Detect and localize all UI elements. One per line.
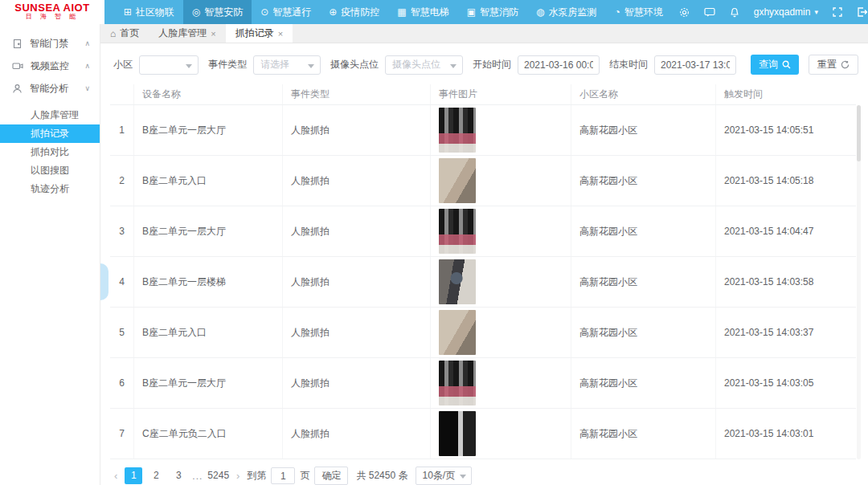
event-photo[interactable] <box>439 108 476 153</box>
page-ellipsis: ... <box>192 471 203 482</box>
event-photo[interactable] <box>439 209 476 254</box>
top-nav: ⊞ 社区物联 ◎ 智慧安防 ⊙ 智慧通行 ⊕ 疫情防控 ▦ 智慧电梯 ▣ 智慧消… <box>115 0 868 24</box>
sidebar-item-face-library[interactable]: 人脸库管理 <box>0 106 100 124</box>
nav-item-smart-security[interactable]: ◎ 智慧安防 <box>183 0 252 24</box>
sidebar-item-track-analysis[interactable]: 轨迹分析 <box>0 180 100 198</box>
table-scrollbar[interactable] <box>857 105 861 459</box>
total-count: 共 52450 条 <box>356 469 407 483</box>
chevron-down-icon <box>460 475 466 479</box>
chevron-up-icon: ∧ <box>84 39 90 47</box>
event-photo[interactable] <box>439 361 476 406</box>
settings-icon[interactable] <box>672 0 697 24</box>
message-icon[interactable] <box>697 0 723 24</box>
device-name: B座二单元入口 <box>134 308 283 357</box>
nav-label: 智慧安防 <box>204 6 243 19</box>
page-number-last[interactable]: 5245 <box>207 467 229 484</box>
tab-label: 首页 <box>120 26 139 40</box>
event-photo[interactable] <box>439 411 476 456</box>
device-name: B座二单元一层大厅 <box>134 105 283 155</box>
community-name: 高新花园小区 <box>571 257 716 307</box>
page-size-select[interactable]: 10条/页 <box>416 467 472 485</box>
chevron-down-icon <box>186 64 192 68</box>
nav-label: 智慧环境 <box>624 6 663 19</box>
sidebar-item-image-search[interactable]: 以图搜图 <box>0 161 100 180</box>
row-index: 1 <box>110 105 134 155</box>
chevron-down-icon <box>450 64 457 68</box>
tab-home[interactable]: ⌂ 首页 <box>100 24 149 43</box>
nav-item-epidemic-control[interactable]: ⊕ 疫情防控 <box>320 0 388 24</box>
top-header: SUNSEA AIOT 日 海 智 能 ⊞ 社区物联 ◎ 智慧安防 ⊙ 智慧通行… <box>0 0 868 24</box>
jump-label-suffix: 页 <box>300 469 309 483</box>
nav-item-smart-fire[interactable]: ▣ 智慧消防 <box>458 0 527 24</box>
end-time-label: 结束时间 <box>609 58 648 71</box>
table-row: 3 B座二单元一层大厅 人脸抓拍 高新花园小区 2021-03-15 14:04… <box>110 206 856 257</box>
smart-fire-icon: ▣ <box>467 7 476 17</box>
community-name: 高新花园小区 <box>571 358 716 408</box>
nav-label: 智慧通行 <box>272 6 311 19</box>
column-header-community: 小区名称 <box>571 84 716 104</box>
chevron-down-icon <box>308 64 314 68</box>
device-name: C座二单元负二入口 <box>134 409 283 459</box>
door-icon <box>12 39 23 49</box>
page-number-1[interactable]: 1 <box>125 467 142 484</box>
event-photo[interactable] <box>439 259 476 304</box>
trigger-time: 2021-03-15 14:05:51 <box>716 105 851 155</box>
close-icon[interactable]: × <box>278 29 283 39</box>
pagination: ‹ 1 2 3 ... 5245 › 到第 页 确定 共 52450 条 10条… <box>112 467 858 485</box>
page-size-value: 10条/页 <box>422 469 455 483</box>
nav-item-smart-elevator[interactable]: ▦ 智慧电梯 <box>388 0 457 24</box>
tab-face-library[interactable]: 人脸库管理 × <box>149 24 225 43</box>
event-type-select[interactable]: 请选择 <box>253 55 321 75</box>
jump-confirm-button[interactable]: 确定 <box>314 467 348 485</box>
logout-icon[interactable] <box>850 0 868 24</box>
device-name: B座二单元一层大厅 <box>134 358 283 408</box>
trigger-time: 2021-03-15 14:03:01 <box>716 409 851 459</box>
home-icon: ⌂ <box>110 28 116 39</box>
close-icon[interactable]: × <box>211 29 215 39</box>
sidebar-collapse-handle[interactable] <box>100 263 108 300</box>
sidebar-group-smart-analysis[interactable]: 智能分析 ∨ <box>0 77 100 100</box>
page-number-3[interactable]: 3 <box>170 467 187 484</box>
tab-label: 人脸库管理 <box>158 26 207 40</box>
device-name: B座二单元一层楼梯 <box>134 257 283 307</box>
start-time-input[interactable] <box>518 55 600 75</box>
smart-environment-icon: ◔ <box>615 7 620 17</box>
notification-bell-icon[interactable] <box>723 0 747 24</box>
nav-item-smart-access[interactable]: ⊙ 智慧通行 <box>252 0 320 24</box>
camera-select[interactable]: 摄像头点位 <box>385 55 463 75</box>
start-time-label: 开始时间 <box>473 58 511 71</box>
jump-page-input[interactable] <box>271 467 295 484</box>
event-photo[interactable] <box>439 310 476 355</box>
brand-logo-subtext: 日 海 智 能 <box>0 13 104 21</box>
query-button[interactable]: 查询 <box>751 55 799 75</box>
nav-item-smart-environment[interactable]: ◔ 智慧环境 <box>606 0 672 24</box>
sidebar-group-video-monitor[interactable]: 视频监控 ∧ <box>0 55 100 77</box>
nav-item-community-iot[interactable]: ⊞ 社区物联 <box>115 0 183 24</box>
nav-item-pump-room-monitor[interactable]: ◍ 水泵房监测 <box>527 0 605 24</box>
camera-icon <box>12 61 23 71</box>
community-select[interactable] <box>139 55 199 75</box>
user-menu[interactable]: gxhyxqadmin ▾ <box>747 0 825 24</box>
row-index: 2 <box>110 156 134 206</box>
next-page-icon[interactable]: › <box>234 470 242 482</box>
event-type: 人脸抓拍 <box>283 206 431 256</box>
sidebar-item-capture-records[interactable]: 抓拍记录 <box>0 124 100 143</box>
event-type: 人脸抓拍 <box>283 409 431 459</box>
column-header-device: 设备名称 <box>134 84 283 104</box>
table-row: 5 B座二单元入口 人脸抓拍 高新花园小区 2021-03-15 14:03:3… <box>110 308 856 358</box>
sidebar-group-door-access[interactable]: 智能门禁 ∧ <box>0 32 100 55</box>
end-time-input[interactable] <box>654 55 736 75</box>
prev-page-icon[interactable]: ‹ <box>112 470 120 482</box>
sidebar-item-capture-compare[interactable]: 抓拍对比 <box>0 143 100 161</box>
fullscreen-icon[interactable] <box>825 0 850 24</box>
community-name: 高新花园小区 <box>571 206 716 256</box>
column-header-event-type: 事件类型 <box>283 84 431 104</box>
reset-button[interactable]: 重置 <box>809 55 858 75</box>
trigger-time: 2021-03-15 14:03:37 <box>716 308 851 357</box>
trigger-time: 2021-03-15 14:03:05 <box>716 358 851 408</box>
event-photo[interactable] <box>439 158 476 203</box>
tab-capture-records[interactable]: 抓拍记录 × <box>226 24 293 43</box>
chevron-up-icon: ∧ <box>84 62 90 70</box>
page-number-2[interactable]: 2 <box>147 467 165 484</box>
trigger-time: 2021-03-15 14:05:18 <box>716 156 851 206</box>
